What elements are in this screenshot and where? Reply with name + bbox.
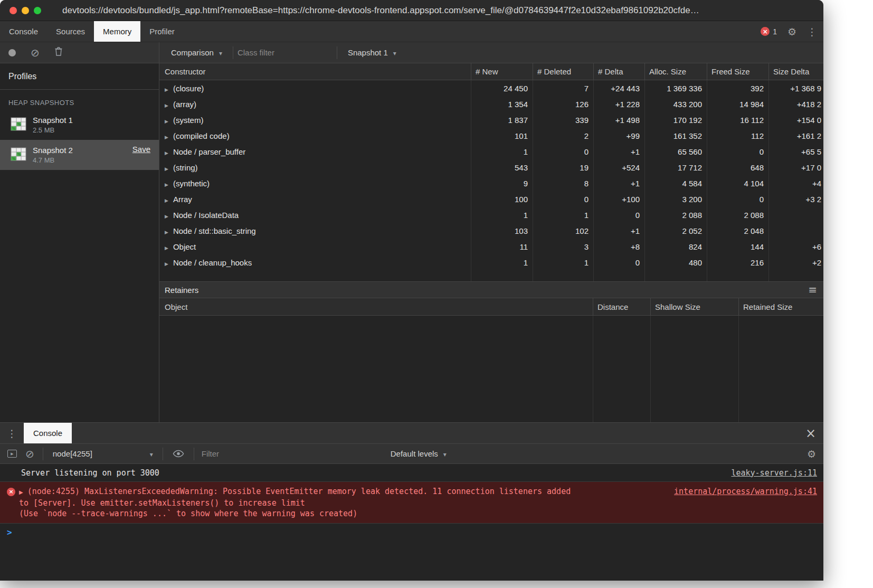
column-header-constructor[interactable]: Constructor — [159, 63, 471, 80]
drawer-tab-console[interactable]: Console — [24, 423, 72, 443]
toolbar-divider — [163, 448, 163, 460]
cell-size-delta: +65 5 — [769, 144, 823, 159]
constructor-name: Node / IsolateData — [173, 211, 239, 220]
column-header-new[interactable]: # New — [471, 63, 533, 80]
zoom-window-button[interactable] — [34, 7, 41, 14]
expand-arrow-icon[interactable] — [165, 195, 168, 204]
expand-arrow-icon[interactable] — [165, 242, 168, 251]
more-menu-icon[interactable] — [807, 26, 817, 37]
cell-alloc: 433 200 — [645, 96, 707, 112]
table-row[interactable]: (system) 1 837 339 +1 498 170 192 16 112… — [159, 112, 823, 128]
table-row[interactable]: Object 11 3 +8 824 144 +6 — [159, 239, 823, 254]
console-sidebar-toggle-icon[interactable] — [7, 450, 17, 458]
settings-gear-icon[interactable] — [787, 26, 796, 37]
column-header-retained-size[interactable]: Retained Size — [739, 298, 823, 315]
table-row[interactable]: (compiled code) 101 2 +99 161 352 112 +1… — [159, 128, 823, 144]
cell-new: 24 450 — [471, 80, 533, 96]
chevron-down-icon — [219, 48, 222, 57]
tab-memory[interactable]: Memory — [94, 21, 140, 42]
expand-arrow-icon[interactable] — [165, 131, 168, 140]
grid-body: (closure) 24 450 7 +24 443 1 369 336 392… — [159, 80, 823, 281]
cell-new: 543 — [471, 159, 533, 175]
delete-snapshot-button[interactable] — [54, 46, 63, 59]
error-line-2: to [Server]. Use emitter.setMaxListeners… — [19, 498, 694, 508]
expand-arrow-icon[interactable] — [165, 226, 168, 235]
devtools-window: devtools://devtools/bundled/js_app.html?… — [0, 0, 823, 581]
column-header-freed-size[interactable]: Freed Size — [707, 63, 769, 80]
expand-arrow-icon[interactable] — [165, 211, 168, 220]
cell-alloc: 65 560 — [645, 144, 707, 159]
log-text: Server listening on port 3000 — [21, 468, 159, 478]
console-settings-gear-icon[interactable] — [807, 448, 816, 460]
snapshot-size: 4.7 MB — [33, 156, 73, 164]
minimize-window-button[interactable] — [22, 7, 29, 14]
table-row[interactable]: Node / std::basic_string 103 102 +1 2 05… — [159, 223, 823, 239]
expand-arrow-icon[interactable] — [165, 84, 168, 93]
cell-freed: 2 048 — [707, 223, 769, 239]
expand-arrow-icon[interactable] — [165, 116, 168, 125]
clear-profiles-button[interactable] — [31, 46, 40, 59]
cell-alloc: 824 — [645, 239, 707, 254]
execution-context-select[interactable]: node[4255] — [48, 444, 158, 463]
base-snapshot-select[interactable]: Snapshot 1 — [341, 42, 403, 63]
expand-arrow-icon[interactable] — [165, 147, 168, 156]
column-header-distance[interactable]: Distance — [593, 298, 651, 315]
hamburger-menu-icon[interactable] — [808, 283, 817, 296]
tab-console[interactable]: Console — [0, 21, 47, 42]
table-row[interactable]: (synthetic) 9 8 +1 4 584 4 104 +4 — [159, 175, 823, 191]
snapshot-item-1[interactable]: % % Snapshot 1 2.5 MB — [0, 110, 159, 140]
execution-context-value: node[4255] — [53, 449, 92, 458]
cell-new: 1 — [471, 144, 533, 159]
table-row[interactable]: (string) 543 19 +524 17 712 648 +17 0 — [159, 159, 823, 175]
column-header-delta[interactable]: # Delta — [594, 63, 645, 80]
table-row[interactable]: (closure) 24 450 7 +24 443 1 369 336 392… — [159, 80, 823, 96]
error-x-icon — [761, 27, 770, 36]
constructor-name: Node / cleanup_hooks — [173, 258, 252, 267]
chevron-down-icon — [393, 48, 396, 57]
live-expression-eye-icon[interactable] — [173, 450, 184, 458]
cell-new: 103 — [471, 223, 533, 239]
table-row[interactable]: Array 100 0 +100 3 200 0 +3 2 — [159, 191, 823, 207]
class-filter-input[interactable] — [238, 48, 333, 57]
console-prompt[interactable] — [0, 524, 823, 540]
log-source-link[interactable]: leaky-server.js:11 — [731, 468, 817, 478]
expand-arrow-icon[interactable] — [165, 163, 168, 172]
close-window-button[interactable] — [10, 7, 17, 14]
column-header-object[interactable]: Object — [159, 298, 593, 315]
record-heap-snapshot-button[interactable] — [8, 49, 16, 56]
column-header-deleted[interactable]: # Deleted — [533, 63, 594, 80]
cell-size-delta — [769, 207, 823, 223]
tab-profiler[interactable]: Profiler — [140, 21, 184, 42]
error-circle-icon — [7, 488, 15, 496]
save-snapshot-link[interactable]: Save — [132, 145, 150, 154]
cell-freed: 0 — [707, 144, 769, 159]
constructor-name: (string) — [173, 163, 198, 172]
expand-arrow-icon[interactable] — [165, 258, 168, 267]
expand-arrow-icon[interactable] — [165, 100, 168, 109]
perspective-select[interactable]: Comparison — [165, 42, 229, 63]
column-header-shallow-size[interactable]: Shallow Size — [651, 298, 739, 315]
error-badge[interactable]: 1 — [761, 27, 777, 36]
cell-new: 1 354 — [471, 96, 533, 112]
console-filter-input[interactable] — [202, 449, 381, 458]
table-row[interactable]: Node / cleanup_hooks 1 1 0 480 216 +2 — [159, 254, 823, 270]
expand-arrow-icon[interactable] — [165, 179, 168, 188]
table-row[interactable]: (array) 1 354 126 +1 228 433 200 14 984 … — [159, 96, 823, 112]
drawer-menu-icon[interactable] — [0, 423, 24, 443]
cell-alloc: 4 584 — [645, 175, 707, 191]
cell-alloc: 2 088 — [645, 207, 707, 223]
cell-freed: 16 112 — [707, 112, 769, 128]
cell-freed: 2 088 — [707, 207, 769, 223]
column-header-size-delta[interactable]: Size Delta — [769, 63, 823, 80]
expand-arrow-icon[interactable] — [19, 486, 23, 498]
table-row[interactable]: Node / parser_buffer 1 0 +1 65 560 0 +65… — [159, 144, 823, 159]
table-row[interactable]: Node / IsolateData 1 1 0 2 088 2 088 — [159, 207, 823, 223]
tab-sources[interactable]: Sources — [47, 21, 94, 42]
column-header-alloc-size[interactable]: Alloc. Size — [645, 63, 707, 80]
error-source-link[interactable]: internal/process/warning.js:41 — [674, 486, 817, 497]
log-levels-select[interactable]: Default levels — [384, 444, 453, 463]
snapshot-item-2[interactable]: % % Snapshot 2 4.7 MB Save — [0, 140, 159, 170]
retainers-header-row: Object Distance Shallow Size Retained Si… — [159, 298, 823, 316]
clear-console-button[interactable] — [25, 448, 34, 460]
drawer-close-button[interactable] — [805, 423, 816, 443]
